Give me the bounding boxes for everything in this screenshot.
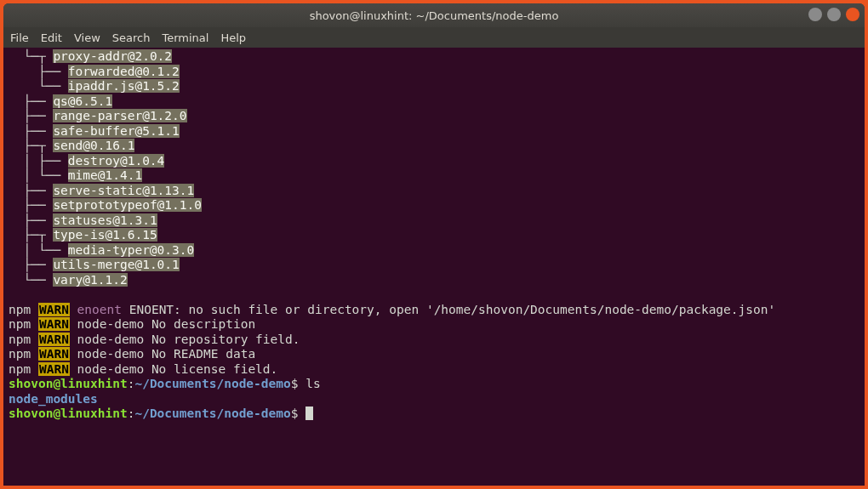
menu-help[interactable]: Help — [220, 31, 246, 44]
minimize-button[interactable] — [808, 8, 822, 21]
menu-file[interactable]: File — [10, 31, 29, 44]
close-button[interactable] — [846, 8, 859, 21]
cursor — [306, 407, 313, 420]
menu-edit[interactable]: Edit — [41, 31, 62, 44]
menu-view[interactable]: View — [74, 31, 100, 44]
titlebar[interactable]: shovon@linuxhint: ~/Documents/node-demo — [3, 3, 865, 27]
menu-terminal[interactable]: Terminal — [162, 31, 208, 44]
window-title: shovon@linuxhint: ~/Documents/node-demo — [310, 9, 559, 22]
window-controls — [808, 8, 859, 21]
menubar: File Edit View Search Terminal Help — [3, 27, 865, 48]
menu-search[interactable]: Search — [112, 31, 151, 44]
terminal-output[interactable]: └─┬ proxy-addr@2.0.2 ├── forwarded@0.1.2… — [3, 48, 865, 486]
terminal-window: shovon@linuxhint: ~/Documents/node-demo … — [3, 3, 865, 486]
maximize-button[interactable] — [827, 8, 841, 21]
